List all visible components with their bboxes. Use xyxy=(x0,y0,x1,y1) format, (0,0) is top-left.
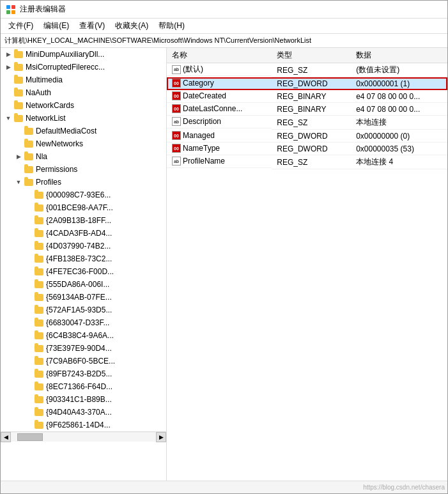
tree-panel[interactable]: ▶ MiniDumpAuxiliaryDll... ▶ MsiCorrupted… xyxy=(1,48,167,481)
table-row[interactable]: 00ManagedREG_DWORD0x00000000 (0) xyxy=(167,130,447,143)
scroll-left-btn[interactable]: ◀ xyxy=(1,432,11,442)
tree-item-profiles[interactable]: ▼ Profiles xyxy=(1,176,166,189)
tree-label: {4FB138E8-73C2... xyxy=(46,254,112,263)
menu-edit[interactable]: 编辑(E) xyxy=(38,19,74,33)
tree-item-guid9[interactable]: {569134AB-07FE... xyxy=(1,291,166,304)
folder-icon xyxy=(13,75,24,85)
tree-item-nla[interactable]: ▶ Nla xyxy=(1,150,166,163)
scroll-thumb[interactable] xyxy=(17,433,43,441)
tree-item-multimedia[interactable]: Multimedia xyxy=(1,73,166,86)
scroll-track[interactable] xyxy=(11,433,156,442)
tree-item-guid3[interactable]: {2A09B13B-18FF... xyxy=(1,214,166,227)
tree-label: {2A09B13B-18FF... xyxy=(46,216,111,225)
tree-item-guid10[interactable]: {572AF1A5-93D5... xyxy=(1,304,166,316)
tree-item-guid4[interactable]: {4CADA3FB-AD4... xyxy=(1,227,166,240)
table-row[interactable]: ab(默认)REG_SZ(数值未设置) xyxy=(167,63,447,77)
tree-item-guid17[interactable]: {903341C1-B89B... xyxy=(1,393,166,406)
tree-label: {572AF1A5-93D5... xyxy=(46,305,112,314)
cell-data: 0x00000000 (0) xyxy=(351,130,447,143)
menu-favorites[interactable]: 收藏夹(A) xyxy=(110,19,153,33)
expand-icon: ▶ xyxy=(3,64,13,70)
cell-data: 本地连接 4 xyxy=(351,155,447,169)
table-row[interactable]: 00DateCreatedREG_BINARYe4 07 08 00 00 0.… xyxy=(167,90,447,103)
folder-icon xyxy=(34,266,44,277)
tree-item-guid13[interactable]: {73E397E9-90D4... xyxy=(1,342,166,355)
cell-type: REG_DWORD xyxy=(272,77,351,90)
expand-icon: ▶ xyxy=(3,51,13,58)
scroll-right-btn[interactable]: ▶ xyxy=(156,432,166,442)
tree-item-minidump[interactable]: ▶ MiniDumpAuxiliaryDll... xyxy=(1,48,166,61)
tree-item-permissions[interactable]: Permissions xyxy=(1,163,166,176)
ab-icon: ab xyxy=(172,157,181,166)
folder-icon xyxy=(34,330,44,341)
cell-name-text: Category xyxy=(183,79,214,88)
tree-item-guid6[interactable]: {4FB138E8-73C2... xyxy=(1,252,166,265)
tree-item-naauth[interactable]: NaAuth xyxy=(1,86,166,99)
expand-icon xyxy=(24,307,34,313)
cell-name: 00DateLastConne... xyxy=(167,103,272,116)
cell-name-text: DateCreated xyxy=(183,91,226,100)
tree-label: NetworkCards xyxy=(26,101,74,110)
dword-icon: 00 xyxy=(172,104,181,113)
tree-item-guid12[interactable]: {6C4B38C4-9A6A... xyxy=(1,329,166,342)
menu-file[interactable]: 文件(F) xyxy=(3,19,38,33)
menu-view[interactable]: 查看(V) xyxy=(74,19,110,33)
tree-item-guid1[interactable]: {000098C7-93E6... xyxy=(1,189,166,201)
ab-icon: ab xyxy=(172,65,181,74)
tree-label: {9F625861-14D4... xyxy=(46,421,111,429)
tree-item-msicorrupted[interactable]: ▶ MsiCorruptedFilerecc... xyxy=(1,61,166,73)
tree-item-guid8[interactable]: {555DA86A-006I... xyxy=(1,278,166,291)
expand-icon: ▼ xyxy=(13,179,24,185)
folder-icon xyxy=(24,151,34,162)
cell-type: REG_BINARY xyxy=(272,90,351,103)
tree-item-defaultmediacost[interactable]: DefaultMediaCost xyxy=(1,125,166,137)
svg-rect-3 xyxy=(12,10,15,14)
tree-item-newnetworks[interactable]: NewNetworks xyxy=(1,137,166,150)
table-row[interactable]: 00DateLastConne...REG_BINARYe4 07 08 00 … xyxy=(167,103,447,116)
registry-editor-window: 注册表编辑器 文件(F) 编辑(E) 查看(V) 收藏夹(A) 帮助(H) 计算… xyxy=(0,0,448,494)
expand-icon xyxy=(24,345,34,351)
tree-label: NetworkList xyxy=(26,114,66,123)
tree-label: {7C9AB6F0-5BCE... xyxy=(46,357,115,366)
cell-name-text: Description xyxy=(183,117,221,126)
svg-rect-1 xyxy=(12,5,15,9)
tree-item-guid14[interactable]: {7C9AB6F0-5BCE... xyxy=(1,355,166,367)
cell-data: 0x00000035 (53) xyxy=(351,143,447,155)
breadcrumb[interactable]: 计算机\HKEY_LOCAL_MACHINE\SOFTWARE\Microsof… xyxy=(1,34,447,48)
cell-data: 本地连接 xyxy=(351,116,447,130)
table-header-row: 名称 类型 数据 xyxy=(167,48,447,63)
tree-label: {8EC71366-F64D... xyxy=(46,382,112,391)
tree-item-guid18[interactable]: {94D40A43-370A... xyxy=(1,406,166,419)
tree-item-guid16[interactable]: {8EC71366-F64D... xyxy=(1,380,166,393)
folder-icon xyxy=(13,100,24,111)
folder-icon xyxy=(34,318,44,328)
tree-item-guid15[interactable]: {89FB7243-B2D5... xyxy=(1,367,166,380)
tree-item-networklist[interactable]: ▼ NetworkList xyxy=(1,112,166,125)
expand-icon xyxy=(24,371,34,377)
tree-label: {66830047-D33F... xyxy=(46,318,109,327)
tree-item-guid7[interactable]: {4FE7EC36-F00D... xyxy=(1,265,166,278)
folder-icon xyxy=(13,113,24,123)
tree-item-guid5[interactable]: {4D037990-74B2... xyxy=(1,240,166,252)
table-row[interactable]: abDescriptionREG_SZ本地连接 xyxy=(167,116,447,130)
expand-icon xyxy=(24,358,34,364)
tree-hscroll[interactable]: ◀ ▶ xyxy=(1,431,166,442)
folder-icon xyxy=(34,228,44,238)
expand-icon xyxy=(24,422,34,428)
menu-help[interactable]: 帮助(H) xyxy=(153,19,190,33)
folder-icon xyxy=(24,139,34,149)
tree-item-networkcards[interactable]: NetworkCards xyxy=(1,99,166,112)
tree-label: {4CADA3FB-AD4... xyxy=(46,229,112,238)
table-row[interactable]: 00CategoryREG_DWORD0x00000001 (1) xyxy=(167,77,447,90)
cell-type: REG_DWORD xyxy=(272,143,351,155)
tree-label: {4D037990-74B2... xyxy=(46,242,111,251)
tree-item-guid2[interactable]: {001BCE98-AA7F... xyxy=(1,201,166,214)
cell-name-text: DateLastConne... xyxy=(183,104,242,113)
menu-bar: 文件(F) 编辑(E) 查看(V) 收藏夹(A) 帮助(H) xyxy=(1,19,447,34)
tree-item-guid11[interactable]: {66830047-D33F... xyxy=(1,316,166,329)
table-row[interactable]: abProfileNameREG_SZ本地连接 4 xyxy=(167,155,447,169)
ab-icon: ab xyxy=(172,117,181,126)
table-row[interactable]: 00NameTypeREG_DWORD0x00000035 (53) xyxy=(167,143,447,155)
tree-item-guid19[interactable]: {9F625861-14D4... xyxy=(1,419,166,431)
title-bar: 注册表编辑器 xyxy=(1,1,447,19)
